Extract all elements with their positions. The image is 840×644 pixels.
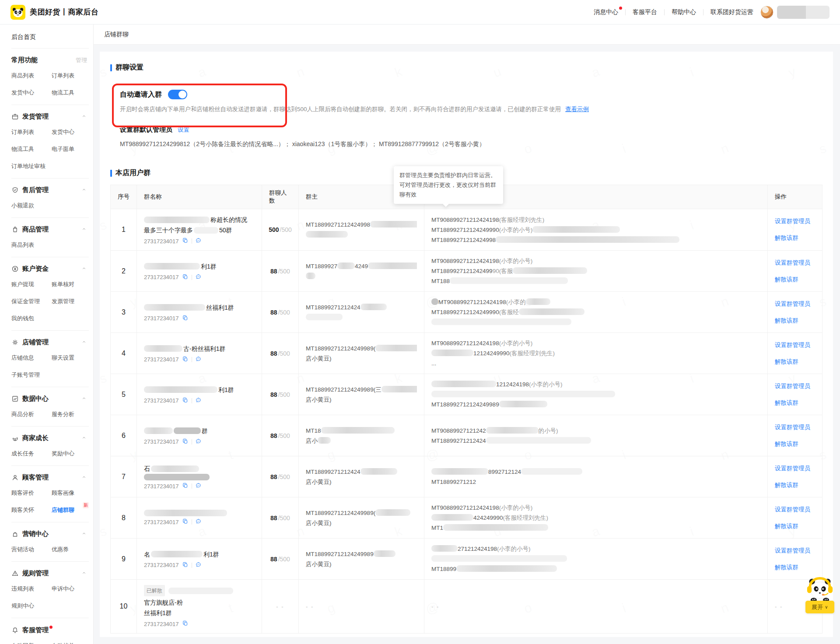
sidebar-section-header[interactable]: 客服管理 [11,626,87,634]
sidebar-section-header[interactable]: 常用功能管理 [11,56,87,64]
sidebar-item-保证金管理[interactable]: 保证金管理 [11,298,52,305]
sidebar-item-发票管理[interactable]: 发票管理 [52,298,87,305]
sidebar-item-顾客关怀[interactable]: 顾客关怀 [11,506,52,514]
sidebar-item-订单地址审核[interactable]: 订单地址审核 [11,162,52,170]
set-admin-action[interactable]: 设置群管理员 [775,506,815,514]
sidebar-section-header[interactable]: 商家成长 [11,434,87,442]
sidebar-item-商品列表[interactable]: 商品列表 [11,72,52,80]
sidebar-section-header[interactable]: 发货管理 [11,112,87,121]
sidebar-section-header[interactable]: 营销中心 [11,530,87,538]
sidebar-item-聊天设置[interactable]: 聊天设置 [52,354,87,362]
dissolve-group-action[interactable]: 解散该群 [775,234,815,242]
top-nav-item[interactable]: 帮助中心 [671,7,697,17]
set-admin-action[interactable]: 设置群管理员 [775,217,815,225]
top-nav-item[interactable]: 客服平台 [632,7,658,17]
sidebar-item-物流工具[interactable]: 物流工具 [11,145,52,153]
sidebar-item-商品分析[interactable]: 商品分析 [11,410,52,418]
chat-icon[interactable] [195,397,202,405]
set-admin-action[interactable]: 设置群管理员 [775,300,815,308]
copy-icon[interactable] [182,482,189,490]
copy-icon[interactable] [182,620,189,628]
dissolve-group-action[interactable]: 解散该群 [775,399,815,407]
sidebar-section-header[interactable]: 数据中心 [11,395,87,403]
copy-icon[interactable] [182,356,189,364]
copy-icon[interactable] [182,273,189,281]
sidebar-item-顾客画像[interactable]: 顾客画像 [52,489,87,497]
set-admin-action[interactable]: 设置群管理员 [775,259,815,267]
copy-icon[interactable] [182,237,189,245]
sidebar-item-发货中心[interactable]: 发货中心 [11,89,52,97]
chat-icon[interactable] [195,482,202,490]
set-admin-action[interactable]: 设置群管理员 [775,341,815,349]
sidebar-item-我的钱包[interactable]: 我的钱包 [11,315,52,322]
dissolve-group-action[interactable]: 解散该群 [775,317,815,325]
dissolve-group-action[interactable]: 解散该群 [775,358,815,366]
copy-icon[interactable] [182,561,189,569]
sidebar-item-发货中心[interactable]: 发货中心 [52,128,87,136]
sidebar-item-子账号管理[interactable]: 子账号管理 [11,371,52,379]
sidebar-section-header[interactable]: 账户资金 [11,265,87,273]
sidebar-item-服务分析[interactable]: 服务分析 [52,410,87,418]
top-nav-item[interactable]: 联系团好货运营 [710,7,754,17]
sidebar-section-header[interactable]: 店铺管理 [11,338,87,346]
top-nav-item[interactable]: 消息中心 [593,7,619,17]
chat-icon[interactable] [195,438,202,446]
sidebar-section-header[interactable]: 规则管理 [11,569,87,578]
sidebar-section-header[interactable]: 商品管理 [11,225,87,234]
sidebar-item-自动回复[interactable]: 自动回复 [11,642,52,644]
chevron-up-icon[interactable] [81,395,87,402]
copy-icon[interactable] [182,518,189,526]
chat-icon[interactable] [195,561,202,569]
view-example-link[interactable]: 查看示例 [565,106,589,112]
set-admin-link[interactable]: 设置 [178,126,189,134]
chevron-up-icon[interactable] [81,474,87,481]
sidebar-item-自动核单[interactable]: 自动核单 [52,642,87,644]
assistant-panda-icon[interactable] [805,576,835,603]
assistant-expand-button[interactable]: 展开∨ [805,601,834,613]
sidebar-item-成长任务[interactable]: 成长任务 [11,450,52,458]
sidebar-item-店铺群聊[interactable]: 店铺群聊新 [52,506,87,514]
sidebar-section-header[interactable]: 售后管理 [11,186,87,194]
avatar[interactable] [760,6,774,19]
sidebar-item-账户提现[interactable]: 账户提现 [11,280,52,288]
chat-icon[interactable] [195,237,202,245]
sidebar-item-home[interactable]: 后台首页 [0,24,93,48]
set-admin-action[interactable]: 设置群管理员 [775,424,815,431]
chevron-up-icon[interactable] [81,570,87,577]
sidebar-item-物流工具[interactable]: 物流工具 [52,89,87,97]
sidebar-item-电子面单[interactable]: 电子面单 [52,145,87,153]
set-admin-action[interactable]: 设置群管理员 [775,547,815,555]
chevron-up-icon[interactable] [81,339,87,346]
sidebar-item-店铺信息[interactable]: 店铺信息 [11,354,52,362]
copy-icon[interactable] [182,397,189,405]
chevron-up-icon[interactable] [81,530,87,538]
sidebar-item-申诉中心[interactable]: 申诉中心 [52,585,87,593]
dissolve-group-action[interactable]: 解散该群 [775,522,815,530]
chat-icon[interactable] [195,518,202,526]
set-admin-action[interactable]: 设置群管理员 [775,382,815,390]
sidebar-item-优惠券[interactable]: 优惠券 [52,546,87,553]
copy-icon[interactable] [182,315,189,322]
sidebar-section-header[interactable]: 顾客管理 [11,473,87,482]
dissolve-group-action[interactable]: 解散该群 [775,564,815,571]
sidebar-item-顾客评价[interactable]: 顾客评价 [11,489,52,497]
chevron-up-icon[interactable] [81,226,87,233]
sidebar-item-商品列表[interactable]: 商品列表 [11,241,52,249]
chevron-up-icon[interactable] [81,434,87,442]
sidebar-item-账单核对[interactable]: 账单核对 [52,280,87,288]
auto-invite-toggle[interactable] [168,90,187,99]
user-name-redacted[interactable] [777,6,830,19]
sidebar-item-规则中心[interactable]: 规则中心 [11,602,52,610]
chat-icon[interactable] [195,356,202,364]
chevron-up-icon[interactable] [81,265,87,273]
sidebar-item-小额退款[interactable]: 小额退款 [11,202,52,210]
sidebar-item-违规列表[interactable]: 违规列表 [11,585,52,593]
set-admin-action[interactable]: 设置群管理员 [775,465,815,472]
sidebar-item-奖励中心[interactable]: 奖励中心 [52,450,87,458]
chat-icon[interactable] [195,273,202,281]
chevron-up-icon[interactable] [81,186,87,194]
copy-icon[interactable] [182,438,189,446]
dissolve-group-action[interactable]: 解散该群 [775,276,815,284]
sidebar-manage-link[interactable]: 管理 [76,56,87,64]
chevron-up-icon[interactable] [81,113,87,120]
